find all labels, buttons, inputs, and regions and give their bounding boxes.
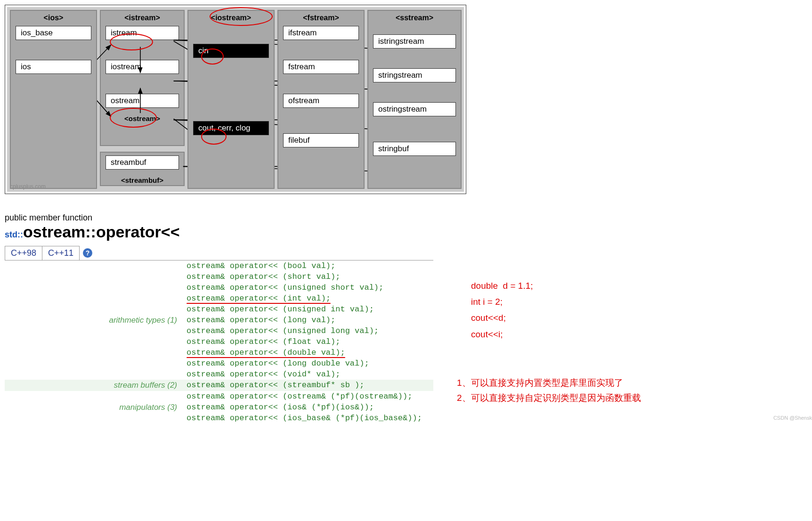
sig-1-6: ostream& operator<< (unsigned long val); bbox=[184, 326, 433, 336]
node-istream: istream bbox=[106, 26, 179, 40]
sig-3-2: ostream& operator<< (ios_base& (*pf)(ios… bbox=[184, 413, 433, 423]
operator-name: ::operator<< bbox=[85, 223, 179, 241]
col-iostream-label: <iostream> bbox=[193, 14, 269, 22]
col-fstream-label: <fstream> bbox=[283, 14, 359, 22]
col-iostream: <iostream> cin cout, cerr, clog bbox=[187, 10, 275, 189]
node-iostream: iostream bbox=[106, 60, 179, 74]
node-stringstream: stringstream bbox=[373, 68, 456, 82]
sig-1-7: ostream& operator<< (float val); bbox=[184, 336, 433, 347]
node-filebuf: filebuf bbox=[283, 133, 359, 147]
csdn-watermark: CSDN @Shensk bbox=[773, 415, 812, 421]
col-istream: <istream> istream iostream ostream <ostr… bbox=[100, 10, 185, 146]
node-stringbuf: stringbuf bbox=[373, 142, 456, 156]
version-tabs: C++98 C++11 ? bbox=[5, 246, 433, 260]
node-ostream: ostream bbox=[106, 94, 179, 108]
class-name: ostream bbox=[23, 223, 85, 241]
sig-1-9: ostream& operator<< (long double val); bbox=[184, 358, 433, 369]
sig-1-5: ostream& operator<< (long val); bbox=[184, 315, 433, 326]
sig-1-3: ostream& operator<< (int val); bbox=[187, 294, 331, 303]
node-fstream: fstream bbox=[283, 60, 359, 74]
col-streambuf: streambuf <streambuf> bbox=[100, 152, 185, 186]
sig-2-0: ostream& operator<< (streambuf* sb ); bbox=[184, 380, 433, 391]
node-ofstream: ofstream bbox=[283, 94, 359, 108]
streambuf-sublabel: <streambuf> bbox=[106, 176, 179, 184]
annotation-code: double d = 1.1; int i = 2; cout<<d; cout… bbox=[471, 278, 533, 342]
col-istream-wrap: <istream> istream iostream ostream <ostr… bbox=[100, 10, 185, 189]
node-ostringstream: ostringstream bbox=[373, 102, 456, 116]
col-istream-label: <istream> bbox=[106, 14, 179, 22]
node-istringstream: istringstream bbox=[373, 34, 456, 49]
tab-cpp98[interactable]: C++98 bbox=[5, 246, 42, 260]
annotation-note-2: 2、可以直接支持自定识别类型是因为函数重载 bbox=[457, 392, 641, 404]
watermark: cplusplus.com bbox=[10, 183, 46, 190]
annotation-note-1: 1、可以直接支持内置类型是库里面实现了 bbox=[457, 377, 623, 389]
col-fstream: <fstream> ifstream fstream ofstream file… bbox=[277, 10, 365, 189]
col-sstream-label: <sstream> bbox=[373, 14, 456, 22]
sig-1-10: ostream& operator<< (void* val); bbox=[184, 369, 433, 380]
sig-3-1: ostream& operator<< (ios& (*pf)(ios&)); bbox=[184, 402, 433, 413]
col-ios-label: <ios> bbox=[16, 14, 91, 22]
namespace: std:: bbox=[5, 230, 23, 239]
sig-1-8: ostream& operator<< (double val); bbox=[187, 348, 345, 357]
sig-1-0: ostream& operator<< (bool val); bbox=[184, 260, 433, 271]
sig-1-1: ostream& operator<< (short val); bbox=[184, 271, 433, 282]
col-ios: <ios> ios_base ios bbox=[10, 10, 97, 189]
sig-1-4: ostream& operator<< (unsigned int val); bbox=[184, 304, 433, 315]
col-sstream: <sstream> istringstream stringstream ost… bbox=[367, 10, 462, 189]
signature-table: arithmetic types (1) ostream& operator<<… bbox=[5, 260, 433, 423]
reference-section: public member function std::ostream::ope… bbox=[5, 213, 433, 423]
node-ios: ios bbox=[16, 60, 91, 74]
stream-hierarchy-diagram: <ios> ios_base ios <istream> istream ios… bbox=[7, 7, 464, 192]
member-kind: public member function bbox=[5, 213, 433, 223]
node-streambuf: streambuf bbox=[106, 155, 179, 170]
help-icon[interactable]: ? bbox=[83, 248, 92, 258]
group-2-label: stream buffers (2) bbox=[5, 380, 184, 391]
page-root: <ios> ios_base ios <istream> istream ios… bbox=[5, 5, 812, 423]
sig-1-2: ostream& operator<< (unsigned short val)… bbox=[184, 282, 433, 293]
node-ifstream: ifstream bbox=[283, 26, 359, 40]
group-3-label: manipulators (3) bbox=[5, 391, 184, 423]
sig-3-0: ostream& operator<< (ostream& (*pf)(ostr… bbox=[184, 391, 433, 402]
node-cout-cerr-clog: cout, cerr, clog bbox=[193, 121, 269, 135]
node-cin: cin bbox=[193, 44, 269, 58]
diagram-frame: <ios> ios_base ios <istream> istream ios… bbox=[5, 5, 466, 194]
group-1-label: arithmetic types (1) bbox=[5, 260, 184, 380]
ostream-sublabel: <ostream> bbox=[106, 114, 179, 122]
page-title: std::ostream::operator<< bbox=[5, 223, 433, 241]
tab-cpp11[interactable]: C++11 bbox=[42, 246, 80, 260]
node-ios_base: ios_base bbox=[16, 26, 91, 40]
